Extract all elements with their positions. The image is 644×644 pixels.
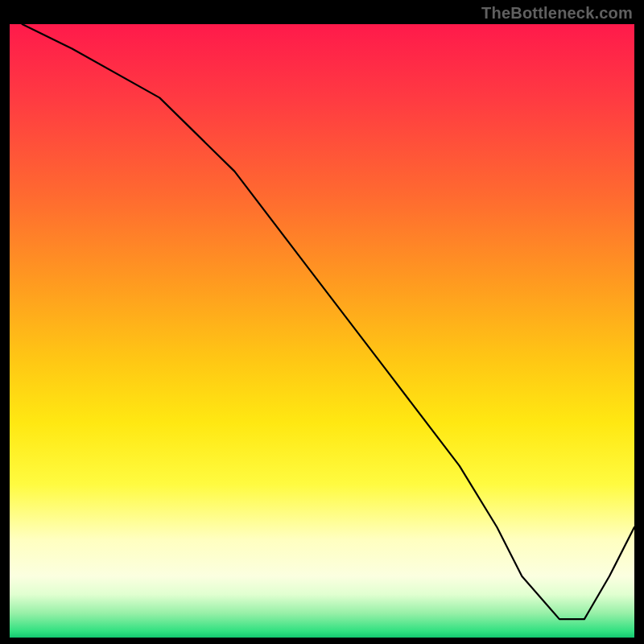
chart-stage: TheBottleneck.com — [0, 0, 644, 644]
line-series-path — [23, 24, 635, 619]
line-series — [10, 24, 634, 638]
plot-area — [10, 24, 634, 638]
chart-attribution: TheBottleneck.com — [481, 5, 633, 21]
